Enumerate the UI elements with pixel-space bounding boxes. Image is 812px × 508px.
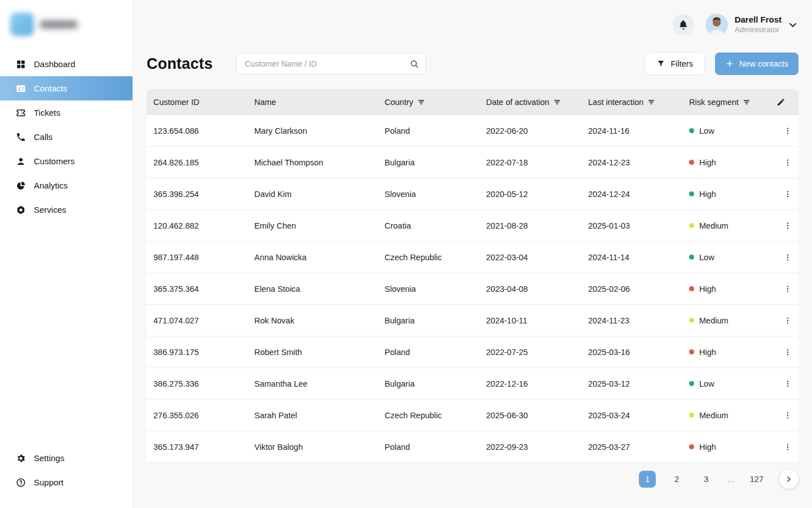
filters-button[interactable]: Filters bbox=[645, 52, 704, 75]
cell-country: Bulgaria bbox=[385, 379, 486, 388]
kebab-icon bbox=[783, 316, 792, 325]
sidebar-item-support[interactable]: Support bbox=[0, 470, 133, 494]
row-menu-button[interactable] bbox=[776, 221, 798, 230]
cell-risk-segment: High bbox=[689, 348, 776, 357]
plus-icon bbox=[725, 59, 734, 68]
row-menu-button[interactable] bbox=[776, 348, 798, 357]
table-row: 365.396.254David KimSlovenia2020-05-1220… bbox=[147, 178, 798, 210]
risk-label: Low bbox=[699, 379, 714, 388]
risk-dot bbox=[689, 318, 694, 323]
row-menu-button[interactable] bbox=[776, 284, 798, 294]
sidebar-item-tickets[interactable]: Tickets bbox=[0, 100, 133, 125]
row-menu-button[interactable] bbox=[776, 253, 798, 262]
cell-risk-segment: High bbox=[689, 158, 776, 167]
column-name: Name bbox=[254, 98, 385, 107]
column-last-interaction[interactable]: Last interaction bbox=[588, 98, 689, 107]
dashboard-icon bbox=[16, 59, 26, 69]
page-button-3[interactable]: 3 bbox=[698, 471, 714, 488]
cell-customer-id: 987.197.448 bbox=[153, 253, 254, 262]
sort-icon[interactable] bbox=[743, 98, 751, 106]
page-button-127[interactable]: 127 bbox=[748, 471, 766, 488]
table-row: 123.654.086Mary ClarksonPoland2022-06-20… bbox=[147, 115, 798, 147]
sort-icon[interactable] bbox=[417, 98, 425, 106]
page-header: Contacts Filters New contacts bbox=[147, 51, 798, 77]
cell-country: Bulgaria bbox=[385, 158, 486, 167]
cell-risk-segment: High bbox=[689, 443, 776, 452]
table-row: 120.462.882Emily ChenCroatia2021-08-2820… bbox=[147, 210, 798, 242]
column-edit[interactable] bbox=[776, 98, 798, 107]
page-button-2[interactable]: 2 bbox=[668, 471, 685, 488]
customers-icon bbox=[16, 156, 26, 167]
kebab-icon bbox=[783, 348, 792, 357]
sidebar-item-contacts[interactable]: Contacts bbox=[0, 76, 133, 100]
settings-icon bbox=[16, 453, 26, 463]
column-label: Last interaction bbox=[588, 98, 643, 107]
logo-icon bbox=[10, 12, 34, 36]
chevron-right-icon bbox=[784, 475, 793, 484]
cell-name: Mary Clarkson bbox=[254, 126, 385, 135]
sort-icon[interactable] bbox=[553, 98, 561, 106]
topbar: Darell Frost Administrator bbox=[147, 0, 798, 50]
row-menu-button[interactable] bbox=[776, 126, 798, 135]
cell-customer-id: 471.074.027 bbox=[153, 316, 254, 325]
avatar[interactable] bbox=[705, 14, 728, 36]
column-label: Date of activation bbox=[486, 98, 549, 107]
row-menu-button[interactable] bbox=[776, 443, 798, 452]
table-row: 276.355.026Sarah PatelCzech Republic2025… bbox=[147, 400, 798, 431]
search-input[interactable] bbox=[236, 53, 426, 75]
cell-customer-id: 365.173.947 bbox=[153, 443, 254, 452]
risk-label: High bbox=[699, 443, 716, 452]
cell-name: Robert Smith bbox=[254, 348, 385, 357]
column-risk-segment[interactable]: Risk segment bbox=[689, 98, 776, 107]
pencil-icon[interactable] bbox=[776, 98, 785, 107]
cell-last-interaction: 2024-12-24 bbox=[588, 190, 689, 199]
sidebar-item-analytics[interactable]: Analytics bbox=[0, 173, 133, 198]
cell-country: Czech Republic bbox=[385, 253, 486, 262]
risk-label: High bbox=[699, 284, 716, 294]
cell-last-interaction: 2025-02-06 bbox=[588, 284, 689, 294]
kebab-icon bbox=[783, 126, 792, 135]
sidebar-item-label: Customers bbox=[34, 156, 75, 166]
cell-name: Viktor Balogh bbox=[254, 443, 385, 452]
services-icon bbox=[16, 205, 26, 215]
column-date-of-activation[interactable]: Date of activation bbox=[486, 98, 588, 107]
row-menu-button[interactable] bbox=[776, 158, 798, 167]
column-country[interactable]: Country bbox=[385, 98, 486, 107]
cell-country: Poland bbox=[385, 443, 486, 452]
sort-icon[interactable] bbox=[647, 98, 655, 106]
row-menu-button[interactable] bbox=[776, 190, 798, 199]
risk-dot bbox=[689, 444, 694, 449]
cell-risk-segment: High bbox=[689, 190, 776, 199]
row-menu-button[interactable] bbox=[776, 379, 798, 388]
notifications-button[interactable] bbox=[673, 14, 694, 36]
cell-name: Sarah Patel bbox=[254, 411, 385, 420]
row-menu-button[interactable] bbox=[776, 316, 798, 325]
page-button-1[interactable]: 1 bbox=[639, 471, 656, 488]
sidebar-item-services[interactable]: Services bbox=[0, 198, 133, 222]
sidebar-item-label: Contacts bbox=[34, 84, 67, 93]
row-menu-button[interactable] bbox=[776, 411, 798, 420]
cell-activation-date: 2022-03-04 bbox=[486, 253, 588, 262]
cell-name: Anna Nowicka bbox=[254, 253, 385, 262]
kebab-icon bbox=[783, 284, 792, 294]
risk-label: Low bbox=[699, 126, 714, 135]
user-menu-chevron[interactable] bbox=[787, 19, 798, 30]
next-page-button[interactable] bbox=[779, 470, 798, 489]
cell-activation-date: 2022-09-23 bbox=[486, 443, 588, 452]
bell-icon bbox=[678, 19, 689, 30]
page-actions: Filters New contacts bbox=[645, 52, 798, 75]
risk-label: Medium bbox=[699, 221, 729, 230]
table-row: 365.173.947Viktor BaloghPoland2022-09-23… bbox=[147, 431, 798, 463]
new-contacts-button[interactable]: New contacts bbox=[715, 52, 798, 75]
support-icon bbox=[16, 478, 26, 488]
sidebar-item-calls[interactable]: Calls bbox=[0, 125, 133, 149]
risk-dot bbox=[689, 191, 694, 196]
sidebar-item-dashboard[interactable]: Dashboard bbox=[0, 52, 133, 76]
cell-name: Elena Stoica bbox=[254, 284, 385, 294]
cell-country: Poland bbox=[385, 348, 486, 357]
page-title: Contacts bbox=[147, 55, 213, 73]
sidebar-item-customers[interactable]: Customers bbox=[0, 149, 133, 173]
sidebar-item-label: Support bbox=[34, 478, 64, 487]
risk-label: High bbox=[699, 158, 716, 167]
sidebar-item-settings[interactable]: Settings bbox=[0, 446, 133, 470]
